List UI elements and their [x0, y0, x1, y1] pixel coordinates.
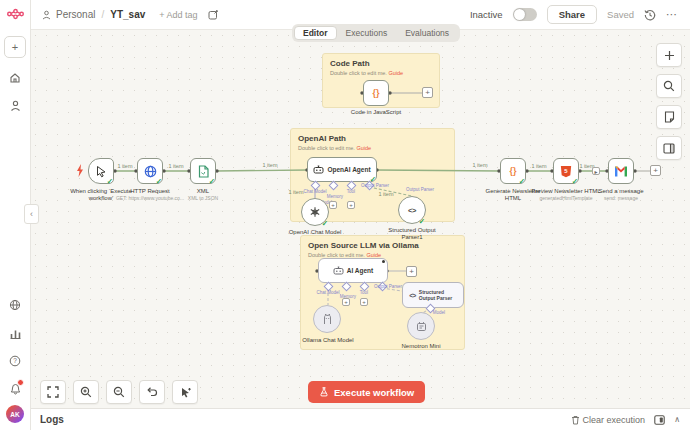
canvas-side-controls	[656, 43, 682, 160]
success-check-icon: ✓	[419, 217, 425, 226]
clear-execution-button[interactable]: Clear execution	[571, 415, 646, 425]
add-node-button[interactable]: +	[422, 87, 433, 98]
ollama-llama-icon	[322, 313, 333, 325]
workflow-name[interactable]: YT_sav	[110, 9, 145, 20]
saved-status: Saved	[607, 9, 634, 20]
zoom-in-button[interactable]	[73, 380, 99, 404]
svg-text:?: ?	[13, 357, 17, 364]
node-ollama-chat-model[interactable]	[313, 305, 341, 333]
node-sublabel: XML to JSON	[188, 195, 218, 201]
sidebar-item-whats-new[interactable]	[7, 381, 23, 397]
sidebar-item-help[interactable]: ?	[7, 353, 23, 369]
tidy-up-button[interactable]	[172, 380, 198, 404]
sidebar-item-insights[interactable]	[7, 325, 23, 341]
workflow-canvas[interactable]: Code Path Double click to edit me. Guide…	[30, 30, 690, 408]
connection-arrow-button[interactable]: ▸	[592, 167, 600, 175]
node-nemotron-mini[interactable]	[407, 312, 435, 340]
flask-icon	[319, 386, 329, 398]
add-memory-button[interactable]: +	[329, 201, 337, 209]
html5-icon: 5	[560, 165, 572, 178]
globe-icon	[144, 165, 157, 178]
robot-icon	[333, 266, 344, 275]
port-label-output-parser: Output Parser	[361, 183, 389, 188]
port-label-tool: Tool	[347, 189, 355, 194]
node-label: Send a messagesend: message	[586, 188, 656, 202]
add-memory-button[interactable]: +	[342, 298, 350, 306]
activate-toggle[interactable]	[513, 8, 537, 21]
openai-icon	[309, 206, 321, 218]
add-tag-button[interactable]: + Add tag	[159, 10, 197, 20]
node-gmail-send-message[interactable]	[608, 158, 634, 184]
connection-items-label: 1 item	[118, 163, 133, 169]
node-generate-newsletter-html[interactable]: {} ✓	[500, 158, 526, 184]
workflow-history-icon[interactable]	[644, 9, 656, 21]
node-openai-chat-model[interactable]: ✓	[301, 198, 329, 226]
tab-editor[interactable]: Editor	[294, 26, 337, 40]
zoom-out-button[interactable]	[106, 380, 132, 404]
sticky-note-icon	[664, 111, 675, 123]
user-avatar[interactable]: AK	[6, 405, 24, 423]
connection-items-label: 1 item	[169, 163, 184, 169]
node-preview-newsletter-html[interactable]: 5 ✓	[553, 158, 579, 184]
sidebar-item-templates[interactable]	[7, 297, 23, 313]
connection-items-label: 1 item	[263, 162, 278, 168]
tab-evaluations[interactable]: Evaluations	[396, 26, 458, 40]
add-tool-button[interactable]: +	[360, 298, 368, 306]
node-structured-output-parser-1[interactable]: <> ✓	[398, 196, 426, 224]
node-label: Structured Output Parser	[419, 289, 457, 301]
add-node-button[interactable]: +	[406, 266, 417, 277]
add-node-panel-button[interactable]	[656, 43, 682, 67]
node-code-javascript[interactable]: {}	[363, 80, 389, 106]
add-node-button[interactable]: +	[650, 165, 661, 176]
code-braces-icon: {}	[372, 88, 379, 98]
sidebar-item-home[interactable]	[7, 70, 23, 86]
fit-view-icon	[47, 386, 59, 398]
expand-logs-chevron-icon[interactable]: ∧	[674, 415, 680, 424]
edit-workflow-icon[interactable]	[208, 9, 219, 20]
plus-icon: +	[653, 166, 658, 175]
workflow-status-label: Inactive	[470, 9, 503, 20]
globe-icon	[9, 299, 21, 311]
open-logs-panel-icon[interactable]	[654, 415, 665, 425]
undo-button[interactable]	[139, 380, 165, 404]
node-status-dot	[382, 260, 385, 263]
zoom-out-icon	[113, 386, 125, 398]
new-workflow-button[interactable]: +	[4, 36, 26, 58]
sidebar-collapse-button[interactable]: ‹	[24, 204, 39, 224]
play-arrow-icon: ▸	[594, 168, 597, 175]
parser-brackets-icon: <>	[408, 206, 416, 215]
add-sticky-note-button[interactable]	[656, 105, 682, 129]
logs-title: Logs	[40, 414, 64, 425]
plus-icon: +	[349, 202, 353, 208]
sidebar-item-personal[interactable]	[7, 98, 23, 114]
add-tool-button[interactable]: +	[347, 201, 355, 209]
connection-items-label: 1 item	[532, 163, 547, 169]
zoom-to-fit-button[interactable]	[40, 380, 66, 404]
share-button[interactable]: Share	[547, 5, 597, 24]
breadcrumb-project[interactable]: Personal	[56, 9, 95, 20]
node-xml[interactable]: ✓	[190, 158, 216, 184]
node-label: AI Agent	[347, 267, 373, 274]
execute-workflow-button[interactable]: Execute workflow	[308, 381, 425, 403]
node-openai-agent[interactable]: OpenAI Agent ✓	[307, 157, 377, 182]
node-http-request[interactable]: ✓	[137, 158, 163, 184]
tab-executions[interactable]: Executions	[337, 26, 397, 40]
node-manual-trigger[interactable]: ✓	[88, 158, 114, 184]
panel-layout-icon	[663, 143, 675, 154]
node-structured-output-parser[interactable]: <> Structured Output Parser	[402, 282, 464, 308]
more-menu-icon[interactable]: ⋯	[666, 8, 678, 21]
logs-panel-header[interactable]: Logs Clear execution ∧	[30, 408, 690, 430]
search-button[interactable]	[656, 74, 682, 98]
n8n-logo-icon[interactable]	[0, 0, 30, 28]
zoom-in-icon	[80, 386, 92, 398]
node-ai-agent[interactable]: AI Agent	[318, 258, 388, 283]
n8n-workflow-editor: + ? AK Personal / YT_sav + Add tag Inact…	[0, 0, 690, 430]
node-label: Ollama Chat Model	[293, 337, 363, 344]
robot-icon	[313, 165, 324, 174]
success-check-icon: ✓	[322, 219, 328, 228]
success-check-icon: ✓	[209, 177, 215, 186]
toggle-panel-button[interactable]	[656, 136, 682, 160]
success-check-icon: ✓	[519, 177, 525, 186]
tidy-up-cursor-icon	[179, 386, 192, 399]
undo-icon	[146, 386, 158, 398]
